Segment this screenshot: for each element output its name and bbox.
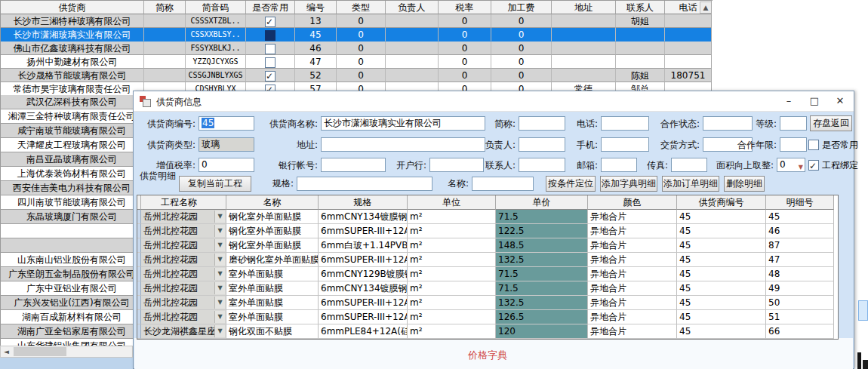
dropdown-icon[interactable]: ▼ — [214, 282, 225, 294]
col-header[interactable]: 单价 — [496, 195, 588, 210]
supplier-list-item[interactable] — [0, 238, 143, 253]
detail-row[interactable]: 岳州北控花园▼ 室外单面贴膜 6mmCNY129B镀膜钢化 m² 71.5 异地… — [137, 267, 838, 281]
spec-cell[interactable]: 6mmCNY134镀膜钢化 — [319, 210, 408, 224]
email-input[interactable] — [601, 158, 637, 172]
col-header[interactable]: 供货商 — [1, 1, 144, 14]
price-cell[interactable]: 126.5 — [496, 310, 588, 324]
detail-row[interactable]: 岳州北控花园▼ 室外单面贴膜 6mmCNY134镀膜钢化 m² 71.5 异地合… — [137, 281, 838, 296]
detail-row[interactable]: 岳州北控花园▼ 磨砂钢化室外单面贴膜 6mmSUPER-III+12A(硅...… — [137, 253, 838, 267]
table-row[interactable]: 佛山市亿鑫玻璃科技有限公司 FSSYXBLKJ.. 46 0 0 0 — [1, 42, 712, 55]
dropdown-icon[interactable]: ▼ — [214, 325, 225, 337]
color-cell[interactable]: 异地合片 — [588, 224, 677, 238]
col-header[interactable]: 编号 — [295, 1, 337, 14]
price-cell[interactable]: 120 — [496, 324, 588, 339]
color-cell[interactable]: 异地合片 — [588, 238, 677, 253]
spec-cell[interactable]: 6mmPLE84+12A(硅酮胶... — [319, 324, 408, 339]
table-row[interactable]: 扬州中勤建材有限公司 YZZQJCYXGS 47 0 0 0 — [1, 55, 712, 69]
table-row[interactable]: 长沙晟格节能玻璃有限公司 CSSGJNBLYXGS 52 0 0 0 陈姐 18… — [1, 69, 712, 82]
supplier-list-item[interactable]: 湖南百成新材料有限公司 — [0, 310, 143, 324]
col-header[interactable]: 是否常用 — [246, 1, 295, 14]
dropdown-icon[interactable]: ▼ — [214, 211, 225, 223]
dialog-titlebar[interactable]: 供货商信息 – □ ✕ — [134, 91, 854, 112]
detail-no-cell[interactable]: 87 — [766, 238, 834, 253]
supplier-no-cell[interactable]: 45 — [677, 267, 766, 281]
dropdown-icon[interactable]: ▼ — [214, 225, 225, 237]
project-combo-cell[interactable]: 岳州北控花园▼ — [141, 296, 226, 310]
coop-years-input[interactable] — [780, 137, 807, 152]
supplier-list-item[interactable]: 广东兴发铝业(江西)有限公司 — [0, 296, 143, 310]
supplier-no-cell[interactable]: 45 — [677, 224, 766, 238]
bank-branch-input[interactable] — [429, 158, 484, 172]
color-cell[interactable]: 异地合片 — [588, 253, 677, 267]
detail-no-cell[interactable]: 45 — [766, 210, 834, 224]
supplier-list-item[interactable]: 武汉亿深科技有限公司 — [0, 95, 143, 109]
unit-cell[interactable]: m² — [408, 238, 496, 253]
project-combo-cell[interactable]: 岳州北控花园▼ — [141, 210, 226, 224]
detail-no-cell[interactable]: 66 — [766, 324, 834, 339]
name-cell[interactable]: 钢化室外单面贴膜 — [226, 238, 319, 253]
add-dictionary-detail-button[interactable]: 添加字典明细 — [600, 176, 657, 192]
detail-row[interactable]: 岳州北控花园▼ 室外单面贴膜 6mmSUPER-III+12A(硅... m² … — [137, 296, 838, 310]
supplier-no-cell[interactable]: 45 — [677, 253, 766, 267]
unit-cell[interactable]: m² — [408, 210, 496, 224]
price-cell[interactable]: 122.5 — [496, 224, 588, 238]
detail-row[interactable]: 岳州北控花园▼ 钢化室外单面贴膜 6mmCNY134镀膜钢化 m² 71.5 异… — [137, 210, 838, 224]
unit-cell[interactable]: m² — [408, 324, 496, 339]
supplier-list-item[interactable]: 湘潭三金特种玻璃有限责任公司 — [0, 109, 143, 124]
dropdown-icon[interactable]: ▼ — [214, 297, 225, 309]
col-header[interactable]: 联系人 — [616, 1, 665, 14]
name-cell[interactable]: 磨砂钢化室外单面贴膜 — [226, 253, 319, 267]
supplier-list-item[interactable]: 西安佳吉美电力科技有限公司 — [0, 181, 143, 195]
price-cell[interactable]: 132.5 — [496, 296, 588, 310]
col-header[interactable]: 名称 — [226, 195, 319, 210]
color-cell[interactable]: 异地合片 — [588, 210, 677, 224]
project-combo-cell[interactable]: 岳州北控花园▼ — [141, 238, 226, 253]
supplier-no-input[interactable]: 45 — [199, 116, 254, 131]
minimize-button[interactable]: – — [777, 91, 801, 110]
supplier-no-cell[interactable]: 45 — [677, 238, 766, 253]
col-header[interactable]: 类型 — [337, 1, 386, 14]
save-return-button[interactable]: 存盘返回 — [810, 115, 852, 131]
supplier-list-item[interactable] — [0, 224, 143, 238]
col-header[interactable]: 简称 — [144, 1, 186, 14]
name-cell[interactable]: 钢化双面不贴膜 — [226, 324, 319, 339]
spec-filter-input[interactable] — [297, 177, 432, 191]
color-cell[interactable]: 异地合片 — [588, 310, 677, 324]
name-cell[interactable]: 室外单面贴膜 — [226, 310, 319, 324]
supplier-list-item[interactable]: 湖南广亚全铝家居有限公司 — [0, 324, 143, 339]
supplier-list-item[interactable]: 咸宁南玻节能玻璃有限公司 — [0, 124, 143, 138]
name-cell[interactable]: 钢化室外单面贴膜 — [226, 210, 319, 224]
spec-cell[interactable]: 6mm白玻+1.14PVB+6mm... — [319, 238, 408, 253]
price-cell[interactable]: 148.5 — [496, 238, 588, 253]
spec-cell[interactable]: 6mmCNY129B镀膜钢化 — [319, 267, 408, 281]
abbr-input[interactable] — [519, 116, 565, 131]
detail-row[interactable]: 岳州北控花园▼ 钢化室外单面贴膜 6mm白玻+1.14PVB+6mm... m²… — [137, 238, 838, 253]
unit-cell[interactable]: m² — [408, 281, 496, 296]
common-checkbox[interactable] — [265, 17, 275, 27]
common-checkbox[interactable] — [265, 44, 275, 54]
vat-rate-input[interactable]: 0 — [199, 158, 254, 172]
col-header[interactable]: 负责人 — [386, 1, 439, 14]
supplier-name-input[interactable]: 长沙市潇湘玻璃实业有限公司 — [321, 116, 485, 131]
common-checkbox[interactable] — [265, 30, 275, 41]
detail-no-cell[interactable]: 50 — [766, 296, 834, 310]
name-cell[interactable]: 室外单面贴膜 — [226, 267, 319, 281]
supplier-no-cell[interactable]: 45 — [677, 310, 766, 324]
bank-account-input[interactable] — [321, 158, 386, 172]
dropdown-icon[interactable]: ▼ — [214, 311, 225, 323]
col-header[interactable]: 工程名称 — [141, 195, 226, 210]
col-header[interactable]: 供货商编号 — [677, 195, 766, 210]
manager-input[interactable] — [519, 137, 565, 152]
col-header[interactable]: 单位 — [408, 195, 496, 210]
contact-input[interactable] — [519, 158, 565, 172]
unit-cell[interactable]: m² — [408, 310, 496, 324]
color-cell[interactable]: 异地合片 — [588, 281, 677, 296]
name-filter-input[interactable] — [472, 177, 534, 191]
spec-cell[interactable]: 6mmSUPER-III+12A(硅... — [319, 224, 408, 238]
supplier-no-cell[interactable]: 45 — [677, 296, 766, 310]
color-cell[interactable]: 异地合片 — [588, 324, 677, 339]
price-cell[interactable]: 71.5 — [496, 210, 588, 224]
unit-cell[interactable]: m² — [408, 296, 496, 310]
col-header[interactable]: 简音码 — [186, 1, 246, 14]
project-combo-cell[interactable]: 岳州北控花园▼ — [141, 310, 226, 324]
